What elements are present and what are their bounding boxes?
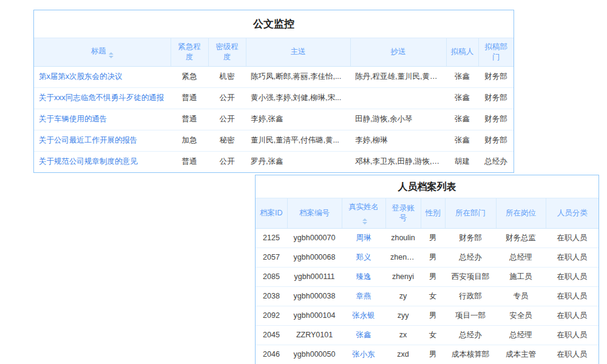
real-name-link[interactable]: 张小东 — [342, 345, 385, 364]
draft-dept-cell: 财务部 — [478, 66, 514, 87]
main-recipients-cell: 董川民,董清平,付伟璐,黄... — [246, 130, 350, 151]
draft-dept-cell: 财务部 — [478, 109, 514, 130]
doc-title-link[interactable]: 关于规范公司规章制度的意见 — [34, 151, 171, 172]
real-name-link[interactable]: 郑义 — [342, 248, 385, 267]
category-cell: 在职人员 — [546, 248, 599, 267]
col-drafter: 拟稿人 — [446, 38, 478, 66]
archive-no-cell: ygbh000104 — [287, 306, 342, 325]
category-cell: 在职人员 — [546, 228, 599, 248]
personnel-table-row: 2038 ygbh000038 章燕 zy 女 行政部 专员 在职人员 — [256, 286, 599, 306]
col-urgency: 紧急程度 — [171, 38, 208, 66]
gender-cell: 男 — [421, 267, 445, 286]
position-cell: 施工员 — [496, 267, 546, 286]
draft-dept-cell: 财务部 — [478, 87, 514, 109]
login-account-cell: zyy — [385, 306, 421, 325]
archive-id-cell: 2085 — [256, 267, 287, 286]
cc-recipients-cell: 陈丹,程亚雄,董川民,黄思璐... — [350, 66, 446, 87]
personnel-archive-panel: 人员档案列表 档案ID 档案编号 真实姓名 登录账号 性别 所在部门 所在岗位 … — [255, 175, 599, 364]
archive-id-cell: 2045 — [256, 325, 287, 345]
real-name-link[interactable]: 章燕 — [342, 286, 385, 306]
category-cell: 在职人员 — [546, 345, 599, 364]
archive-no-cell: ygbh000068 — [287, 248, 342, 267]
cc-recipients-cell — [350, 87, 446, 109]
urgency-cell: 紧急 — [171, 66, 208, 87]
main-recipients-cell: 李婷,张鑫 — [246, 109, 350, 130]
col-cc-recipients: 抄送 — [350, 38, 446, 66]
drafter-cell: 张鑫 — [446, 87, 478, 109]
archive-id-cell: 2125 — [256, 228, 287, 248]
col-archive-id: 档案ID — [256, 198, 287, 228]
cc-recipients-cell: 李婷,柳琳 — [350, 130, 446, 151]
gender-cell: 男 — [421, 228, 445, 248]
secrecy-cell: 公开 — [208, 87, 246, 109]
login-account-cell: zx — [385, 325, 421, 345]
urgency-cell: 加急 — [171, 130, 208, 151]
drafter-cell: 胡建 — [446, 151, 478, 172]
department-cell: 成本核算部 — [445, 345, 496, 364]
archive-no-cell: ygbh000038 — [287, 286, 342, 306]
department-cell: 行政部 — [445, 286, 496, 306]
gender-cell: 女 — [421, 286, 445, 306]
login-account-cell: zy — [385, 286, 421, 306]
position-cell: 安全员 — [496, 306, 546, 325]
doc-header-row: 标题 紧急程度 密级程度 主送 抄送 拟稿人 拟稿部门 — [34, 38, 514, 66]
draft-dept-cell: 总经办 — [478, 151, 514, 172]
secrecy-cell: 公开 — [208, 109, 246, 130]
doc-table-row: 关于车辆使用的通告 普通 公开 李婷,张鑫 田静,游恢,余小琴 张鑫 财务部 — [34, 109, 514, 130]
col-position: 所在岗位 — [496, 198, 546, 228]
archive-id-cell: 2038 — [256, 286, 287, 306]
position-cell: 成本主管 — [496, 345, 546, 364]
urgency-cell: 普通 — [171, 109, 208, 130]
real-name-link[interactable]: 周琳 — [342, 228, 385, 248]
archive-no-cell: ygbh000111 — [287, 267, 342, 286]
doc-table-row: 第x届第x次股东会的决议 紧急 机密 陈巧凤,断郎,蒋丽,李佳怡,... 陈丹,… — [34, 66, 514, 87]
personnel-table-row: 2092 ygbh000104 张永银 zyy 男 项目一部 安全员 在职人员 — [256, 306, 599, 325]
secrecy-cell: 机密 — [208, 66, 246, 87]
position-cell: 专员 — [496, 286, 546, 306]
gender-cell: 女 — [421, 325, 445, 345]
doc-monitor-title: 公文监控 — [34, 10, 514, 38]
doc-title-link[interactable]: 关于公司最近工作开展的报告 — [34, 130, 171, 151]
drafter-cell: 张鑫 — [446, 109, 478, 130]
personnel-table-row: 2057 ygbh000068 郑义 zhengyi 男 总经办 总经理 在职人… — [256, 248, 599, 267]
personnel-archive-title: 人员档案列表 — [256, 175, 599, 198]
personnel-table-row: 2045 ZZRY0101 张鑫 zx 女 总经办 总经理 在职人员 — [256, 325, 599, 345]
col-real-name[interactable]: 真实姓名 — [342, 198, 385, 228]
department-cell: 总经办 — [445, 248, 496, 267]
login-account-cell: zhengyi — [385, 248, 421, 267]
col-draft-dept: 拟稿部门 — [478, 38, 514, 66]
real-name-link[interactable]: 张鑫 — [342, 325, 385, 345]
doc-monitor-table: 标题 紧急程度 密级程度 主送 抄送 拟稿人 拟稿部门 第x届第x次股东会的决议… — [34, 38, 514, 172]
personnel-table-row: 2046 ygbh000050 张小东 zxd 男 成本核算部 成本主管 在职人… — [256, 345, 599, 364]
department-cell: 西安项目部 — [445, 267, 496, 286]
doc-title-link[interactable]: 第x届第x次股东会的决议 — [34, 66, 171, 87]
category-cell: 在职人员 — [546, 286, 599, 306]
doc-table-row: 关于规范公司规章制度的意见 普通 公开 罗丹,张鑫 邓林,李卫东,田静,游恢,余… — [34, 151, 514, 172]
doc-title-link[interactable]: 关于车辆使用的通告 — [34, 109, 171, 130]
sort-icon[interactable] — [109, 52, 114, 58]
archive-no-cell: ygbh000070 — [287, 228, 342, 248]
doc-table-row: 关于公司最近工作开展的报告 加急 秘密 董川民,董清平,付伟璐,黄... 李婷,… — [34, 130, 514, 151]
secrecy-cell: 公开 — [208, 151, 246, 172]
category-cell: 在职人员 — [546, 325, 599, 345]
archive-id-cell: 2046 — [256, 345, 287, 364]
doc-monitor-panel: 公文监控 标题 紧急程度 密级程度 主送 抄送 拟稿人 拟稿部门 第x届第x次股… — [33, 10, 514, 173]
col-category: 人员分类 — [546, 198, 599, 228]
position-cell: 财务总监 — [496, 228, 546, 248]
gender-cell: 男 — [421, 248, 445, 267]
col-real-name-label: 真实姓名 — [348, 203, 379, 211]
category-cell: 在职人员 — [546, 267, 599, 286]
col-title[interactable]: 标题 — [34, 38, 171, 66]
sort-icon[interactable] — [362, 218, 367, 224]
real-name-link[interactable]: 臻逸 — [342, 267, 385, 286]
archive-id-cell: 2057 — [256, 248, 287, 267]
col-title-label: 标题 — [91, 47, 106, 55]
position-cell: 总经理 — [496, 248, 546, 267]
col-department: 所在部门 — [445, 198, 496, 228]
real-name-link[interactable]: 张永银 — [342, 306, 385, 325]
position-cell: 总经理 — [496, 325, 546, 345]
doc-title-link[interactable]: 关于xxx同志临危不惧勇斗歹徒的通报 — [34, 87, 171, 109]
category-cell: 在职人员 — [546, 306, 599, 325]
col-gender: 性别 — [421, 198, 445, 228]
secrecy-cell: 秘密 — [208, 130, 246, 151]
